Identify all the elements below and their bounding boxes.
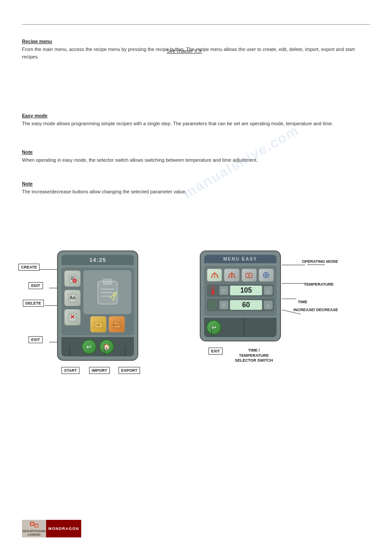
menu-easy-footer: ↩ [204,318,277,337]
svg-text:R: R [230,275,233,278]
operating-mode-label: OPERATING MODE [302,259,338,264]
diagrams-area: CREATE EDIT DELETE EXIT 14:25 [22,250,370,361]
logo-segurtasuna: ✕ ✕ SEGURTASUNA LANEAN [22,520,46,537]
edit-button[interactable]: Aa [64,290,81,306]
mode-btn-heat1[interactable] [207,268,222,282]
svg-text:+: + [74,279,76,283]
import-label: IMPORT [89,367,110,374]
temp-decrease-btn[interactable]: ▽ [219,286,228,295]
heading-recipe-menu: Recipe menu [22,39,370,44]
body-easy-mode: The easy mode allows programming simple … [22,120,370,127]
mode-btn-heat3[interactable]: R [241,268,257,282]
right-device-wrapper: OPERATING MODE TEMPERATURE TIME INCREASE… [200,250,281,341]
folder-buttons-row: IN OUT [83,316,131,333]
increase-decrease-label: INCREASE/ DECREASE [293,308,338,313]
menu-easy-header: MENU EASY [204,255,277,263]
svg-text:OUT: OUT [113,323,120,327]
body-note2: The increase/decrease buttons allow chan… [22,188,370,196]
heading-note1: Note [22,149,370,155]
temperature-row: ▽ 105 △ [207,284,274,297]
cross-ref: See chapter X.X [167,48,202,54]
time-increase-btn[interactable]: △ [264,301,273,309]
temperature-display: 105 [230,286,262,295]
menu-easy-back-button[interactable]: ↩ [206,320,221,335]
start-label: START [61,367,79,374]
export-vline [125,347,126,355]
left-device-wrapper: CREATE EDIT DELETE EXIT 14:25 [57,250,138,361]
delete-button[interactable]: ✕ [64,309,81,326]
exit-right-label: EXIT [209,348,223,355]
device-main-area: IN OUT [83,270,131,333]
delete-connector [45,305,57,306]
section-easy-mode: Easy mode The easy mode allows programmi… [22,113,370,127]
mode-btn-heat2[interactable]: R [224,268,239,282]
selector-vline [244,319,244,336]
left-device-buttons: + Aa ✕ [64,270,81,333]
svg-text:Aa: Aa [70,295,76,300]
svg-rect-11 [103,279,112,284]
time-decrease-btn[interactable]: ▽ [219,301,228,309]
svg-text:✕: ✕ [70,313,75,320]
top-divider [22,24,370,25]
section-note1: Note When operating in easy mode, the se… [22,149,370,164]
menu-easy-body: R R [204,266,277,316]
svg-text:R: R [248,274,250,277]
svg-text:✕: ✕ [31,522,33,526]
create-label: CREATE [18,264,40,271]
left-device-body: + Aa ✕ [61,268,134,335]
create-connector [40,269,57,270]
page-footer: ✕ ✕ SEGURTASUNA LANEAN MONDRAGON [22,520,81,537]
delete-label: DELETE [23,300,44,307]
left-device-time: 14:25 [61,255,134,265]
back-button[interactable]: ↩ [82,339,97,354]
import-vline [104,347,104,355]
temp-icon [208,286,218,295]
recipe-icon-area [83,270,131,314]
selector-label: TIME /TEMPERATURESELECTOR SWITCH [235,348,273,363]
export-label: EXPORT [119,367,140,374]
svg-text:IN: IN [97,323,100,327]
svg-rect-29 [212,289,213,293]
exit-left-connector [49,342,57,342]
heading-easy-mode: Easy mode [22,113,370,118]
exit-right-vline [212,326,212,336]
exit-left-label: EXIT [29,336,43,343]
edit-label: EDIT [29,282,43,289]
section-note2: Note The increase/decrease buttons allow… [22,181,370,196]
import-folder-button[interactable]: IN [90,316,107,333]
export-folder-button[interactable]: OUT [108,316,125,333]
start-vline [69,347,70,355]
edit-connector [49,288,57,288]
mode-btn-fan[interactable] [259,268,274,282]
logo-mondragon: MONDRAGON [46,520,81,537]
time-row: ▽ 60 △ [207,299,274,311]
create-button[interactable]: + [64,270,81,287]
operating-mode-line [307,265,325,265]
text-content-area: Recipe menu From the main menu, access t… [22,31,370,198]
left-device-footer: ↩ 🏠 [61,337,134,356]
temp-increase-btn[interactable]: △ [264,286,273,295]
svg-text:✕: ✕ [35,525,37,527]
body-note1: When operating in easy mode, the selecto… [22,156,370,164]
svg-point-33 [212,304,214,306]
home-button[interactable]: 🏠 [99,339,114,354]
left-device: 14:25 + [57,250,138,361]
heading-note2: Note [22,181,370,186]
time-display: 60 [230,300,262,310]
time-label: TIME [298,300,308,304]
operating-mode-row: R R [207,268,274,282]
time-icon [208,300,218,310]
temperature-label: TEMPERATURE [304,282,334,287]
